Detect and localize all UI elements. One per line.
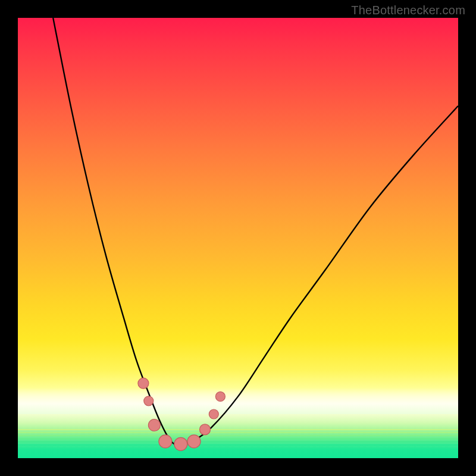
chart-frame: TheBottlenecker.com <box>0 0 476 476</box>
data-marker <box>209 409 218 419</box>
bottleneck-curve <box>53 18 458 445</box>
data-marker <box>148 419 160 431</box>
plot-area <box>18 18 458 458</box>
bottleneck-curve-svg <box>18 18 458 458</box>
data-marker <box>159 435 172 448</box>
curve-markers <box>138 378 226 450</box>
watermark-text: TheBottlenecker.com <box>351 4 465 17</box>
data-marker <box>144 396 154 406</box>
data-marker <box>187 435 201 448</box>
bottom-threshold-lines <box>18 430 458 445</box>
data-marker <box>215 392 225 401</box>
data-marker <box>174 437 187 450</box>
data-marker <box>200 424 211 435</box>
data-marker <box>138 378 149 389</box>
